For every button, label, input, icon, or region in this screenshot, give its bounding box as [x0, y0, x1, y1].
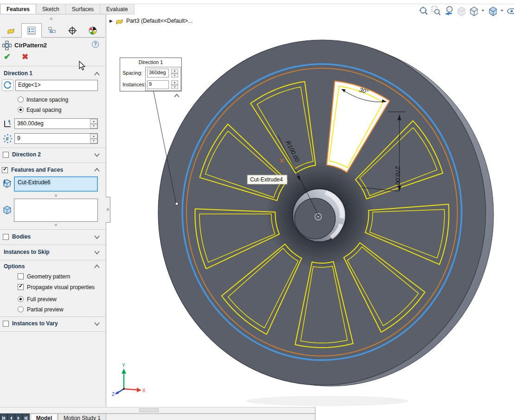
tab-features[interactable]: Features: [0, 4, 36, 14]
view-orientation-caret-icon[interactable]: [481, 9, 484, 13]
collapse-chevron-icon[interactable]: [94, 264, 100, 269]
last-frame-button[interactable]: [22, 414, 30, 420]
tree-expander-icon[interactable]: ▶: [109, 19, 113, 23]
separator: [0, 66, 106, 66]
callout-instances-field[interactable]: 9: [147, 80, 169, 89]
part-tree-label[interactable]: Part3 (Default<<Default>...: [126, 18, 193, 24]
expand-chevron-icon[interactable]: [94, 250, 100, 254]
partial-preview-label[interactable]: Partial preview: [27, 306, 64, 313]
tab-evaluate[interactable]: Evaluate: [100, 4, 135, 14]
callout-spacing-field[interactable]: 360deg: [147, 69, 169, 78]
collapse-chevron-icon[interactable]: [94, 168, 100, 172]
tab-motion-study[interactable]: Motion Study 1: [58, 414, 106, 420]
property-manager-icon: [27, 26, 36, 35]
list-resize-handle[interactable]: [55, 224, 57, 226]
instances-to-vary-header[interactable]: Instances to Vary: [12, 320, 58, 327]
features-faces-checkbox[interactable]: ✓: [2, 167, 8, 173]
scrollbar-thumb[interactable]: [139, 408, 159, 412]
property-manager-title: CirPattern2: [14, 42, 47, 49]
command-manager-tabs: Features Sketch Surfaces Evaluate: [0, 4, 135, 14]
propagate-visual-label[interactable]: Propagate visual properties: [27, 284, 95, 291]
mouse-cursor: [79, 61, 86, 71]
part-icon: [6, 26, 16, 35]
help-icon[interactable]: ?: [92, 41, 99, 48]
cancel-button[interactable]: ✖: [22, 52, 28, 62]
horizontal-scrollbar[interactable]: [0, 407, 315, 414]
callout-instances-spinner[interactable]: ▲▼: [171, 80, 178, 89]
ok-button[interactable]: ✔: [4, 52, 11, 62]
bodies-checkbox[interactable]: [3, 234, 9, 240]
options-header[interactable]: Options: [4, 263, 25, 270]
previous-frame-button[interactable]: [7, 414, 15, 420]
hub-face: [295, 198, 335, 239]
features-list-item[interactable]: Cut-Extrude6: [18, 179, 51, 186]
instances-to-vary-checkbox[interactable]: [3, 321, 9, 327]
feature-tree-flyout[interactable]: ▶ Part3 (Default<<Default>...: [109, 17, 193, 25]
geometry-pattern-checkbox[interactable]: [18, 273, 24, 279]
callout-title: Direction 1: [120, 59, 181, 65]
direction2-checkbox[interactable]: [3, 152, 9, 158]
propagate-visual-checkbox[interactable]: ✓: [18, 284, 24, 290]
angle-icon: A: [3, 119, 13, 129]
pattern-angle-value: 360.00deg: [17, 120, 44, 127]
faces-to-pattern-icon: [2, 204, 13, 215]
direction2-header[interactable]: Direction 2: [12, 151, 41, 158]
full-preview-label[interactable]: Full preview: [27, 296, 57, 303]
tab-configuration-manager[interactable]: [42, 23, 62, 38]
circular-pattern-icon: [2, 41, 12, 50]
tab-display-manager[interactable]: [83, 23, 103, 38]
partial-preview-radio[interactable]: [18, 306, 24, 312]
feature-tooltip: Cut-Extrude4: [247, 175, 287, 184]
first-frame-button[interactable]: [0, 414, 7, 420]
faces-list[interactable]: [14, 199, 98, 222]
direction1-callout[interactable]: Direction 1 Spacing: 360deg ▲▼ Instances…: [120, 58, 182, 91]
separator: [0, 331, 106, 332]
feature-tooltip-text: Cut-Extrude4: [250, 176, 283, 183]
angle-spinner[interactable]: ▲▼: [90, 119, 97, 129]
panel-collapse-handle[interactable]: [50, 18, 52, 20]
features-list[interactable]: Cut-Extrude6: [14, 176, 98, 192]
instances-to-skip-header[interactable]: Instances to Skip: [4, 249, 50, 255]
separator: [0, 162, 106, 163]
instance-count-spinner[interactable]: ▲▼: [90, 134, 97, 143]
expand-chevron-icon[interactable]: [94, 321, 100, 326]
pattern-axis-field[interactable]: Edge<1>: [15, 80, 98, 91]
statusbar-divider: [315, 407, 315, 420]
display-manager-icon: [88, 26, 97, 35]
instance-count-value: 9: [17, 135, 20, 142]
callout-collapse-chevron-icon[interactable]: [173, 93, 180, 98]
direction1-header[interactable]: Direction 1: [4, 70, 32, 77]
tab-sketch[interactable]: Sketch: [36, 4, 66, 14]
full-preview-radio[interactable]: [18, 296, 24, 302]
pattern-axis-icon: [2, 79, 13, 91]
callout-leader-anchor[interactable]: [175, 202, 178, 205]
expand-chevron-icon[interactable]: [94, 152, 100, 157]
geometry-pattern-label[interactable]: Geometry pattern: [27, 273, 70, 280]
bodies-header[interactable]: Bodies: [12, 233, 31, 240]
callout-spacing-spinner[interactable]: ▲▼: [171, 69, 178, 78]
collapse-chevron-icon[interactable]: [94, 71, 100, 76]
instance-count-field[interactable]: 9 ▲▼: [14, 133, 98, 144]
hub-boss[interactable]: [293, 189, 346, 242]
tab-surfaces[interactable]: Surfaces: [66, 4, 100, 14]
dimension-length-text: 270.00: [394, 166, 401, 185]
features-faces-header[interactable]: Features and Faces: [11, 167, 63, 173]
tab-model[interactable]: Model: [31, 414, 58, 420]
instance-spacing-label[interactable]: Instance spacing: [26, 97, 68, 103]
reference-triad: Y X Z: [112, 363, 146, 397]
instance-spacing-radio[interactable]: [18, 97, 24, 103]
pattern-angle-field[interactable]: 360.00deg ▲▼: [14, 118, 98, 129]
svg-text:A: A: [8, 119, 10, 122]
configuration-manager-icon: [47, 26, 57, 35]
tab-dimxpert-manager[interactable]: [62, 23, 83, 38]
next-frame-button[interactable]: [15, 414, 22, 420]
separator: [0, 229, 106, 230]
list-resize-handle[interactable]: [55, 194, 57, 197]
tab-feature-manager-design-tree[interactable]: [1, 23, 21, 38]
equal-spacing-radio[interactable]: [18, 107, 24, 113]
display-style-caret-icon[interactable]: [500, 9, 503, 13]
expand-chevron-icon[interactable]: [94, 234, 100, 239]
equal-spacing-label[interactable]: Equal spacing: [26, 107, 61, 113]
tab-property-manager[interactable]: [21, 23, 42, 38]
solidworks-window: Features Sketch Surfaces Evaluate: [0, 0, 514, 420]
